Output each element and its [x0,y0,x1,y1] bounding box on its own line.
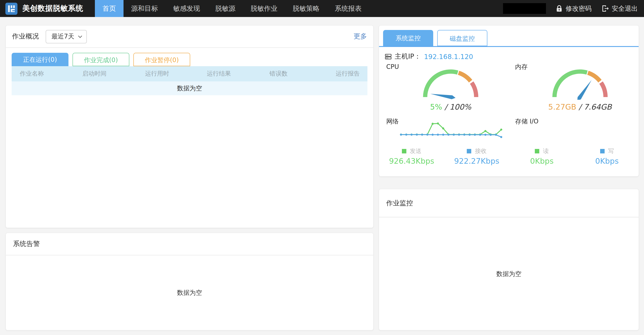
time-range-select[interactable]: 最近7天 [46,30,87,43]
col-job-name: 作业名称 [12,70,74,78]
job-overview-panel: 作业概况 最近7天 更多 正在运行(0) 作业完成(0) 作业暂停(0) 作业名… [5,25,374,228]
app-logo-icon [5,2,18,14]
job-table-empty-state: 数据为空 [12,81,368,95]
system-alerts-panel: 系统告警 数据为空 [5,233,374,331]
job-overview-header: 作业概况 最近7天 更多 [6,25,373,48]
read-label: 读 [543,147,549,155]
job-status-tabs: 正在运行(0) 作业完成(0) 作业暂停(0) [12,53,190,66]
col-duration: 运行用时 [137,70,199,78]
col-error-count: 错误数 [261,70,328,78]
cpu-gauge [419,65,482,100]
job-monitor-header: 作业监控 [379,189,639,217]
cpu-usage-value: 5% / 100% [406,102,496,111]
tab-system-monitor[interactable]: 系统监控 [383,30,433,46]
job-table-header: 作业名称 启动时间 运行用时 运行结果 错误数 运行报告 [12,66,368,81]
change-password-label: 修改密码 [566,4,592,13]
legend-read: 读 0Kbps [509,147,574,165]
sent-swatch-icon [402,149,406,153]
job-monitor-empty-state: 数据为空 [379,217,639,331]
lock-icon [556,5,562,12]
host-ip-value: 192.168.1.120 [424,52,473,61]
tab-disk-monitor[interactable]: 磁盘监控 [437,30,487,46]
memory-gauge [549,65,611,100]
read-swatch-icon [535,149,540,153]
brand: 美创数据脱敏系统 [0,0,83,17]
logout-icon [602,5,609,12]
app-root: 美创数据脱敏系统 首页 源和目标 敏感发现 脱敏源 脱敏作业 脱敏策略 系统报表… [0,0,644,335]
received-swatch-icon [467,149,472,153]
network-legend: 发送 926.43Kbps 接收 922.27Kbps [379,147,509,165]
logout-label: 安全退出 [612,4,638,13]
nav-item-home[interactable]: 首页 [95,0,124,17]
storage-io-line-chart [528,120,632,143]
sent-label: 发送 [410,147,422,155]
received-value: 922.27Kbps [454,157,499,165]
system-alerts-title: 系统告警 [13,240,40,248]
nav-item-sensitive-discovery[interactable]: 敏感发现 [166,0,208,17]
job-overview-title: 作业概况 [12,32,39,41]
host-ip-row: 主机IP： 192.168.1.120 [385,52,473,61]
memory-label: 内存 [515,63,528,71]
job-monitor-title: 作业监控 [386,199,413,207]
chevron-down-icon [78,35,82,38]
col-report: 运行报告 [328,70,368,78]
job-monitor-panel: 作业监控 数据为空 [378,189,639,331]
nav-item-masking-policy[interactable]: 脱敏策略 [285,0,327,17]
main-content: 作业概况 最近7天 更多 正在运行(0) 作业完成(0) 作业暂停(0) 作业名… [0,17,644,335]
tab-completed[interactable]: 作业完成(0) [72,53,129,66]
change-password-button[interactable]: 修改密码 [556,4,592,13]
monitor-tabs: 系统监控 磁盘监控 [383,30,487,46]
legend-write: 写 0Kbps [574,147,640,165]
received-label: 接收 [475,147,487,155]
redacted-username [503,3,546,14]
write-swatch-icon [600,149,604,153]
memory-usage-value: 5.27GB / 7.64GB [535,102,625,111]
legend-sent: 发送 926.43Kbps [379,147,444,165]
network-label: 网络 [386,118,399,126]
time-range-value: 最近7天 [52,32,74,40]
tab-paused[interactable]: 作业暂停(0) [133,53,190,66]
tab-running[interactable]: 正在运行(0) [12,53,68,66]
system-alerts-header: 系统告警 [6,233,373,255]
logout-button[interactable]: 安全退出 [602,4,638,13]
server-icon [385,53,392,60]
system-monitor-panel: 系统监控 磁盘监控 主机IP： 192.168.1.120 CPU 内存 网络 … [378,25,639,177]
navbar: 美创数据脱敏系统 首页 源和目标 敏感发现 脱敏源 脱敏作业 脱敏策略 系统报表… [0,0,644,17]
navbar-right: 修改密码 安全退出 [503,0,638,17]
write-label: 写 [608,147,614,155]
system-alerts-empty-state: 数据为空 [6,255,373,331]
cpu-label: CPU [386,63,399,70]
nav-item-masking-source[interactable]: 脱敏源 [208,0,243,17]
host-ip-label: 主机IP： [395,52,421,61]
nav-item-source-target[interactable]: 源和目标 [124,0,166,17]
storage-legend: 读 0Kbps 写 0Kbps [509,147,640,165]
network-line-chart [399,120,504,143]
nav-item-system-reports[interactable]: 系统报表 [327,0,369,17]
more-link[interactable]: 更多 [354,32,367,41]
monitor-tabs-underline [379,46,639,47]
sent-value: 926.43Kbps [389,157,434,165]
app-title: 美创数据脱敏系统 [22,3,83,13]
write-value: 0Kbps [595,157,619,165]
legend-received: 接收 922.27Kbps [444,147,509,165]
read-value: 0Kbps [530,157,554,165]
main-nav: 首页 源和目标 敏感发现 脱敏源 脱敏作业 脱敏策略 系统报表 [95,0,369,17]
nav-item-masking-jobs[interactable]: 脱敏作业 [243,0,285,17]
col-result: 运行结果 [199,70,261,78]
col-start-time: 启动时间 [74,70,137,78]
